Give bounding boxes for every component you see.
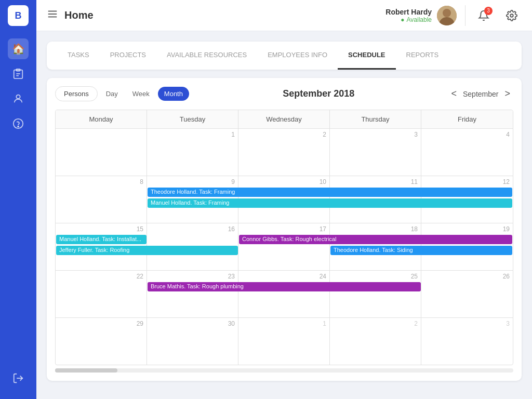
toolbar-left: Persons Day Week Month	[55, 86, 189, 101]
calendar-cell[interactable]: 1	[147, 129, 238, 176]
calendar-cell[interactable]: 3	[330, 129, 421, 176]
svg-point-13	[510, 14, 513, 17]
day-header-wednesday: Wednesday	[238, 110, 330, 128]
header: Home Robert Hardy Available 3	[36, 0, 532, 31]
calendar-week-4: 22 23 24 25 26	[56, 271, 513, 318]
content-wrapper: TASKS PROJECTS AVAILABLE RESOURCES EMPLO…	[36, 31, 532, 399]
tab-tasks[interactable]: TASKS	[57, 42, 100, 70]
scrollbar-track[interactable]	[55, 368, 513, 373]
header-divider	[465, 5, 466, 26]
event-manuel-framing[interactable]: Manuel Holland. Task: Framing	[148, 198, 512, 208]
calendar-toolbar: Persons Day Week Month September 2018 < …	[55, 86, 513, 101]
notifications-button[interactable]: 3	[474, 6, 494, 25]
sidebar-item-home[interactable]: 🏠	[8, 38, 29, 59]
event-bruce-plumbing[interactable]: Bruce Mathis. Task: Rough plumbing	[148, 282, 421, 291]
day-header-thursday: Thursday	[330, 110, 421, 128]
calendar-week-5: 29 30 1 2 3	[56, 318, 513, 365]
calendar-title: September 2018	[189, 88, 448, 99]
calendar-cell[interactable]: 22	[56, 271, 147, 317]
main-area: Home Robert Hardy Available 3	[36, 0, 532, 399]
svg-point-4	[16, 95, 20, 99]
calendar-cell[interactable]: 2	[330, 318, 421, 365]
calendar-cell[interactable]: 24	[238, 271, 330, 317]
user-text: Robert Hardy Available	[385, 8, 432, 23]
calendar-cell[interactable]: 25	[330, 271, 421, 317]
event-connor-electrical[interactable]: Connor Gibbs. Task: Rough electrical	[239, 235, 512, 244]
view-month-button[interactable]: Month	[158, 87, 189, 101]
day-header-friday: Friday	[421, 110, 513, 128]
sidebar-item-help[interactable]	[8, 113, 29, 134]
menu-button[interactable]	[47, 8, 58, 22]
tab-employees-info[interactable]: EMPLOYEES INFO	[257, 42, 338, 70]
calendar-cell[interactable]: 23	[147, 271, 238, 317]
calendar-card: Persons Day Week Month September 2018 < …	[47, 78, 522, 381]
event-theodore-siding[interactable]: Theodore Holland. Task: Siding	[330, 246, 512, 255]
user-info: Robert Hardy Available	[385, 6, 457, 25]
view-week-button[interactable]: Week	[126, 87, 156, 101]
event-manuel-installation[interactable]: Manuel Holland. Task: Installat...	[56, 235, 147, 244]
calendar-cell[interactable]: 30	[147, 318, 238, 365]
scrollbar-thumb[interactable]	[55, 368, 117, 373]
user-name: Robert Hardy	[385, 8, 432, 16]
svg-point-6	[18, 126, 19, 127]
settings-button[interactable]	[502, 6, 522, 25]
calendar-next-button[interactable]: >	[501, 87, 513, 100]
calendar-week-3-wrapper: 15 16 17 18 19 Manuel Holland. Task: Ins…	[56, 223, 513, 271]
calendar-cell[interactable]: 26	[421, 271, 513, 317]
calendar-cell[interactable]: 4	[421, 129, 513, 176]
calendar-header-row: Monday Tuesday Wednesday Thursday Friday	[56, 110, 513, 129]
calendar-nav: < September >	[448, 87, 513, 100]
calendar-cell[interactable]: 2	[238, 129, 330, 176]
tab-available-resources[interactable]: AVAILABLE RESOURCES	[156, 42, 257, 70]
avatar[interactable]	[437, 6, 457, 25]
tabs-nav: TASKS PROJECTS AVAILABLE RESOURCES EMPLO…	[47, 42, 522, 70]
calendar-week-1: 1 2 3 4	[56, 129, 513, 176]
user-status: Available	[385, 16, 432, 23]
tab-schedule[interactable]: SCHEDULE	[338, 42, 396, 70]
tabs-card: TASKS PROJECTS AVAILABLE RESOURCES EMPLO…	[47, 42, 522, 70]
event-theodore-framing[interactable]: Theodore Holland. Task: Framing	[148, 188, 512, 197]
sidebar: B 🏠	[0, 0, 36, 399]
tab-projects[interactable]: PROJECTS	[100, 42, 156, 70]
sidebar-logo[interactable]: B	[8, 5, 29, 26]
sidebar-item-person[interactable]	[8, 88, 29, 109]
calendar-nav-label: September	[463, 90, 498, 98]
calendar-cell[interactable]: 3	[421, 318, 513, 365]
calendar-week-2-wrapper: 8 9 10 11 12 Theodore Holland. Task: Fra…	[56, 176, 513, 223]
view-day-button[interactable]: Day	[100, 87, 124, 101]
calendar-cell[interactable]: 17	[238, 223, 330, 270]
header-right: Robert Hardy Available 3	[385, 5, 522, 26]
event-jeffery-roofing[interactable]: Jeffery Fuller. Task: Roofing	[56, 246, 238, 255]
calendar-cell[interactable]	[56, 129, 147, 176]
day-header-tuesday: Tuesday	[147, 110, 238, 128]
svg-point-12	[443, 9, 451, 17]
notification-badge: 3	[484, 7, 493, 15]
calendar-cell[interactable]: 1	[238, 318, 330, 365]
sidebar-item-clipboard[interactable]	[8, 63, 29, 84]
calendar-cell[interactable]: 29	[56, 318, 147, 365]
sidebar-item-logout[interactable]	[8, 368, 29, 389]
day-header-monday: Monday	[56, 110, 147, 128]
calendar-week-4-wrapper: 22 23 24 25 26 Bruce Mathis. Task: Rough…	[56, 271, 513, 318]
tab-reports[interactable]: REPORTS	[396, 42, 449, 70]
calendar-cell[interactable]: 8	[56, 176, 147, 223]
page-title: Home	[64, 9, 385, 21]
persons-filter-button[interactable]: Persons	[55, 86, 98, 101]
calendar-grid: Monday Tuesday Wednesday Thursday Friday…	[55, 110, 513, 365]
calendar-prev-button[interactable]: <	[448, 87, 460, 100]
